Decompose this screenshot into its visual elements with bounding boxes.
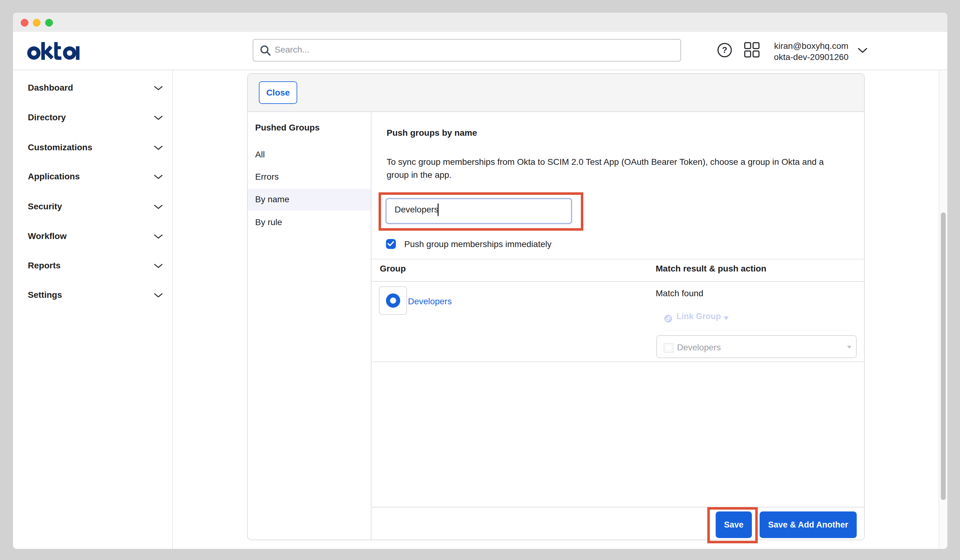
- svg-text:?: ?: [722, 45, 727, 55]
